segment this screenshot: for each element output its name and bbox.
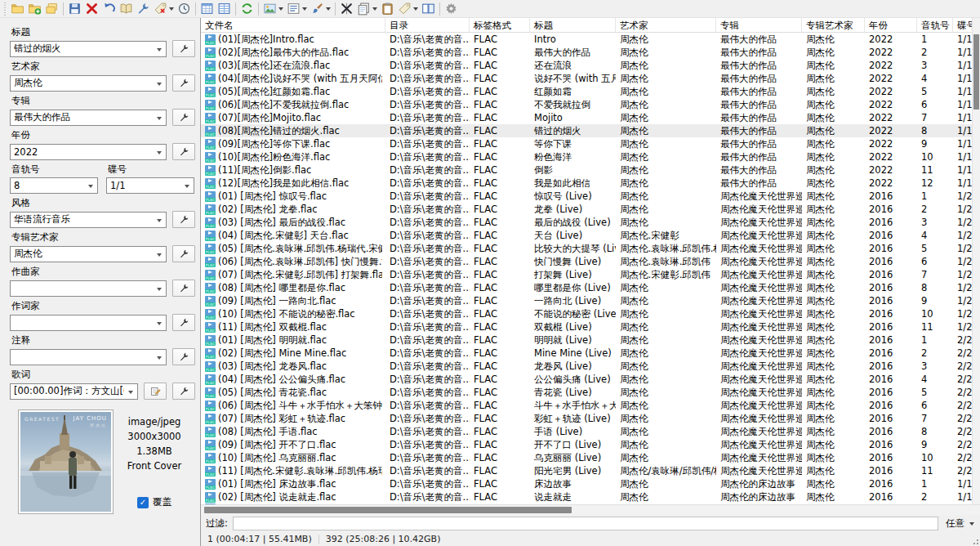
table-row[interactable]: FLAC(08)[周杰伦]错过的烟火.flacD:\音乐\老黄的音...FLAC… xyxy=(201,124,980,137)
albumartist-wrench-button[interactable] xyxy=(172,245,195,262)
table-row[interactable]: FLAC(09) [周杰伦] 开不了口.flacD:\音乐\老黄的音...FLA… xyxy=(201,438,980,451)
genre-wrench-button[interactable] xyxy=(172,211,195,228)
table-row[interactable]: FLAC(08) [周杰伦] 哪里都是你.flacD:\音乐\老黄的音...FL… xyxy=(201,281,980,294)
chevron-down-icon[interactable] xyxy=(157,356,162,360)
chevron-down-icon[interactable] xyxy=(157,117,162,120)
album-wrench-button[interactable] xyxy=(172,109,195,126)
settings-gear-button[interactable] xyxy=(443,1,460,17)
vertical-scrollbar[interactable] xyxy=(972,18,980,504)
chevron-down-icon[interactable] xyxy=(372,7,377,11)
chevron-down-icon[interactable] xyxy=(169,7,174,11)
table-row[interactable]: FLAC(05) [周杰伦] 青花瓷.flacD:\音乐\老黄的音...FLAC… xyxy=(201,386,980,399)
comment-field[interactable] xyxy=(10,349,167,365)
table-row[interactable]: FLAC(05) [周杰伦.袁咏琳.邱凯伟.杨瑞代.宋健彰] 比...D:\音乐… xyxy=(201,242,980,255)
table-row[interactable]: FLAC(11) [周杰伦] 双截棍.flacD:\音乐\老黄的音...FLAC… xyxy=(201,320,980,333)
chevron-down-icon[interactable] xyxy=(157,253,162,257)
grid-view-button[interactable] xyxy=(198,1,216,17)
chevron-down-icon[interactable] xyxy=(326,7,331,11)
table-row[interactable]: FLAC(11) [周杰伦.宋健彰.袁咏琳.邱凯伟.杨瑞代] 阳...D:\音乐… xyxy=(201,464,980,477)
cover-art-button[interactable] xyxy=(261,1,285,17)
table-row[interactable]: FLAC(02)[周杰伦]最伟大的作品.flacD:\音乐\老黄的音...FLA… xyxy=(201,46,980,59)
copy-folder-button[interactable] xyxy=(43,1,60,17)
genre-field[interactable]: 华语流行音乐 xyxy=(10,212,167,228)
table-row[interactable]: FLAC(06)[周杰伦]不爱我就拉倒.flacD:\音乐\老黄的音...FLA… xyxy=(201,98,980,111)
table-row[interactable]: FLAC(07) [周杰伦.宋健彰.邱凯伟] 打架舞.flacD:\音乐\老黄的… xyxy=(201,268,980,281)
lyrics-wrench-button[interactable] xyxy=(172,383,195,400)
table-row[interactable]: FLAC(07)[周杰伦]Mojito.flacD:\音乐\老黄的音...FLA… xyxy=(201,111,980,124)
table-row[interactable]: FLAC(01)[周杰伦]Intro.flacD:\音乐\老黄的音...FLAC… xyxy=(201,33,980,46)
table-row[interactable]: FLAC(02) [周杰伦] 龙拳.flacD:\音乐\老黄的音...FLAC龙… xyxy=(201,203,980,216)
comment-wrench-button[interactable] xyxy=(172,348,195,365)
table-row[interactable]: FLAC(03) [周杰伦] 最后的战役.flacD:\音乐\老黄的音...FL… xyxy=(201,216,980,229)
chevron-down-icon[interactable] xyxy=(157,219,162,222)
composer-wrench-button[interactable] xyxy=(172,280,195,297)
undo-button[interactable] xyxy=(100,1,118,17)
table-row[interactable]: FLAC(01) [周杰伦] 床边故事.flacD:\音乐\老黄的音...FLA… xyxy=(201,477,980,490)
table-row[interactable]: FLAC(08) [周杰伦] 手语.flacD:\音乐\老黄的音...FLAC手… xyxy=(201,425,980,438)
chevron-down-icon[interactable] xyxy=(185,185,189,188)
chevron-down-icon[interactable] xyxy=(302,7,307,11)
window-resize-grip[interactable] xyxy=(970,536,978,544)
chevron-down-icon[interactable] xyxy=(413,7,418,11)
table-row[interactable]: FLAC(04)[周杰伦]说好不哭 (with 五月天阿信).flacD:\音乐… xyxy=(201,72,980,85)
paste-tag-button[interactable] xyxy=(379,1,396,17)
column-header-3[interactable]: 标签格式 xyxy=(470,18,530,32)
chevron-down-icon[interactable] xyxy=(128,391,133,394)
column-header-10[interactable]: 碟号 xyxy=(953,18,973,32)
column-header-2[interactable]: 目录 xyxy=(385,18,470,32)
copy-tag-button[interactable] xyxy=(355,1,379,17)
composer-field[interactable] xyxy=(10,280,167,297)
column-header-7[interactable]: 专辑艺术家 xyxy=(802,18,865,32)
column-header-1[interactable]: 文件名 xyxy=(201,18,385,32)
add-folder-button[interactable] xyxy=(26,1,43,17)
table-row[interactable]: FLAC(06) [周杰伦.袁咏琳.邱凯伟] 快门慢舞.flacD:\音乐\老黄… xyxy=(201,255,980,268)
history-button[interactable] xyxy=(176,1,193,17)
remove-fields-button[interactable] xyxy=(396,1,420,17)
lyrics-field[interactable]: [00:00.00]作词：方文山[00:01.00]作 xyxy=(10,383,138,400)
remove-tag-button[interactable] xyxy=(152,1,176,17)
library-button[interactable] xyxy=(118,1,135,17)
chevron-down-icon[interactable] xyxy=(157,151,162,154)
customize-button[interactable] xyxy=(309,1,332,17)
save-tag-button[interactable] xyxy=(66,1,83,17)
column-header-5[interactable]: 艺术家 xyxy=(616,18,716,32)
wrench-button[interactable] xyxy=(135,1,152,17)
filter-scope-dropdown[interactable]: 任意 xyxy=(943,517,977,530)
filter-input[interactable] xyxy=(233,517,938,530)
table-row[interactable]: FLAC(11)[周杰伦]倒影.flacD:\音乐\老黄的音...FLAC倒影周… xyxy=(201,163,980,177)
delete-button[interactable] xyxy=(83,1,100,17)
chevron-down-icon[interactable] xyxy=(88,185,93,188)
chevron-down-icon[interactable] xyxy=(157,83,162,86)
lyricist-field[interactable] xyxy=(10,315,167,331)
vscroll-thumb[interactable] xyxy=(973,34,979,110)
table-row[interactable]: FLAC(05)[周杰伦]红颜如霜.flacD:\音乐\老黄的音...FLAC红… xyxy=(201,85,980,98)
horizontal-scrollbar[interactable] xyxy=(201,504,980,515)
table-row[interactable]: FLAC(10) [周杰伦] 不能说的秘密.flacD:\音乐\老黄的音...F… xyxy=(201,307,980,320)
toolbar-grip[interactable] xyxy=(3,2,7,16)
chevron-down-icon[interactable] xyxy=(157,288,162,291)
title-wrench-button[interactable] xyxy=(172,40,195,57)
chevron-down-icon[interactable] xyxy=(278,7,283,11)
overwrite-checkbox[interactable]: ✓ xyxy=(137,497,149,508)
compare-button[interactable] xyxy=(420,1,437,17)
table-row[interactable]: FLAC(04) [周杰伦] 公公偏头痛.flacD:\音乐\老黄的音...FL… xyxy=(201,373,980,386)
table-row[interactable]: FLAC(02) [周杰伦] Mine Mine.flacD:\音乐\老黄的音.… xyxy=(201,347,980,360)
column-header-4[interactable]: 标题 xyxy=(530,18,616,32)
chevron-down-icon[interactable] xyxy=(157,48,162,51)
table-row[interactable]: FLAC(02) [周杰伦] 说走就走.flacD:\音乐\老黄的音...FLA… xyxy=(201,490,980,503)
extended-view-button[interactable] xyxy=(216,1,233,17)
actions-button[interactable] xyxy=(338,1,355,17)
table-row[interactable]: FLAC(01) [周杰伦] 惊叹号.flacD:\音乐\老黄的音...FLAC… xyxy=(201,190,980,203)
field-list-button[interactable] xyxy=(285,1,309,17)
artist-field[interactable]: 周杰伦 xyxy=(10,75,167,92)
table-row[interactable]: FLAC(03)[周杰伦]还在流浪.flacD:\音乐\老黄的音...FLAC还… xyxy=(201,59,980,72)
lyricist-wrench-button[interactable] xyxy=(172,314,195,331)
year-field[interactable]: 2022 xyxy=(10,144,167,160)
open-folder-button[interactable] xyxy=(9,1,26,17)
hscroll-thumb[interactable] xyxy=(204,507,572,513)
title-field[interactable]: 错过的烟火 xyxy=(10,41,167,57)
table-row[interactable]: FLAC(10)[周杰伦]粉色海洋.flacD:\音乐\老黄的音...FLAC粉… xyxy=(201,150,980,163)
table-row[interactable]: FLAC(07) [周杰伦] 彩虹＋轨迹.flacD:\音乐\老黄的音...FL… xyxy=(201,412,980,425)
year-wrench-button[interactable] xyxy=(172,143,195,160)
table-row[interactable]: FLAC(03) [周杰伦] 龙卷风.flacD:\音乐\老黄的音...FLAC… xyxy=(201,360,980,373)
